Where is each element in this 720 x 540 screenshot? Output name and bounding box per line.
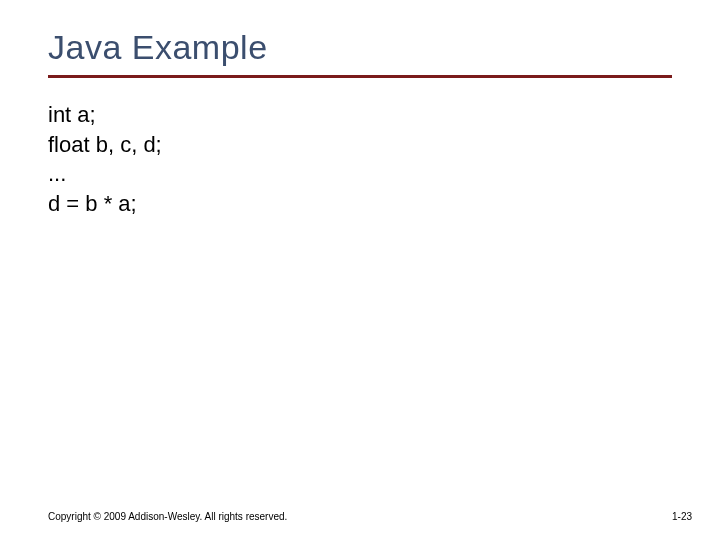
slide: Java Example int a; float b, c, d; ... d… <box>0 0 720 540</box>
slide-body: int a; float b, c, d; ... d = b * a; <box>48 100 672 219</box>
slide-title: Java Example <box>48 28 672 67</box>
footer-page-number: 1-23 <box>672 511 692 522</box>
code-line-4: d = b * a; <box>48 189 672 219</box>
code-line-3: ... <box>48 159 672 189</box>
footer-copyright: Copyright © 2009 Addison-Wesley. All rig… <box>48 511 287 522</box>
title-divider <box>48 75 672 78</box>
code-line-1: int a; <box>48 100 672 130</box>
code-line-2: float b, c, d; <box>48 130 672 160</box>
